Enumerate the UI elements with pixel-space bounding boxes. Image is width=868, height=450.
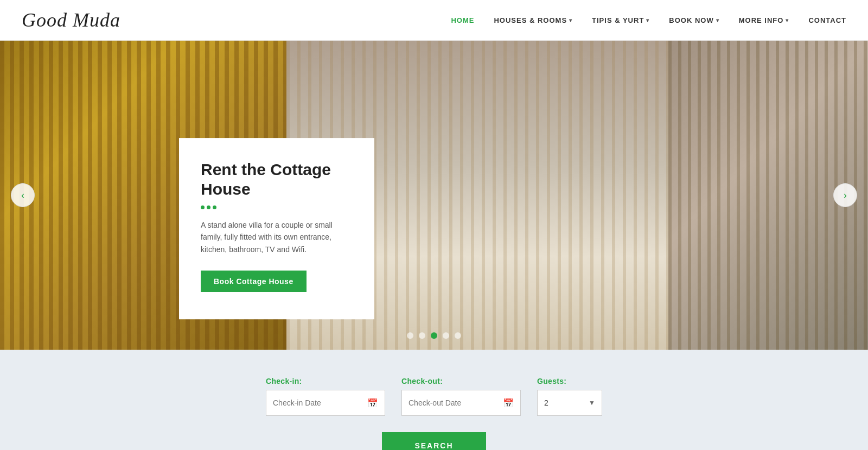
nav-item-home[interactable]: HOME [451, 16, 474, 24]
checkin-input-wrapper: 📅 [266, 390, 385, 416]
checkin-calendar-icon: 📅 [367, 398, 378, 408]
nav-label-houses-rooms: HOUSES & ROOMS [494, 16, 567, 24]
nav-item-contact[interactable]: CONTACT [808, 16, 846, 24]
checkout-calendar-icon: 📅 [503, 398, 514, 408]
dot-1 [201, 205, 205, 209]
nav-chevron-tipis-yurt: ▾ [646, 17, 649, 23]
nav-item-houses-rooms[interactable]: HOUSES & ROOMS▾ [494, 16, 572, 24]
nav-chevron-more-info: ▾ [786, 17, 789, 23]
booking-form: Check-in: 📅 Check-out: 📅 Guests: 1 2 3 4 [266, 377, 602, 416]
hero-content-card: Rent the Cottage House A stand alone vil… [179, 138, 374, 319]
nav-label-more-info: MORE INFO [739, 16, 784, 24]
guests-label: Guests: [537, 377, 602, 385]
chevron-right-icon: › [844, 190, 847, 201]
slider-prev-button[interactable]: ‹ [11, 183, 35, 207]
hero-slider: ‹ Rent the Cottage House A stand alone v… [0, 41, 868, 350]
slider-dots [407, 332, 461, 339]
search-button[interactable]: SEARCH [382, 432, 486, 450]
nav-label-book-now: BOOK NOW [669, 16, 713, 24]
slider-dot-2[interactable] [419, 332, 425, 339]
dot-3 [213, 205, 216, 209]
guests-select-wrapper: 1 2 3 4 5 6 ▼ [537, 390, 602, 416]
nav-chevron-book-now: ▾ [716, 17, 719, 23]
slider-next-button[interactable]: › [833, 183, 857, 207]
nav-label-home: HOME [451, 16, 474, 24]
slider-dot-3[interactable] [431, 332, 437, 339]
booking-section: Check-in: 📅 Check-out: 📅 Guests: 1 2 3 4 [0, 350, 868, 450]
nav-label-tipis-yurt: TIPIS & YURT [592, 16, 644, 24]
slider-dot-4[interactable] [443, 332, 449, 339]
nav-item-tipis-yurt[interactable]: TIPIS & YURT▾ [592, 16, 649, 24]
hero-title: Rent the Cottage House [201, 160, 353, 199]
checkin-input[interactable] [273, 398, 367, 407]
dot-2 [207, 205, 210, 209]
hero-description: A stand alone villa for a couple or smal… [201, 219, 353, 255]
header: Good Muda HOMEHOUSES & ROOMS▾TIPIS & YUR… [0, 0, 868, 41]
slider-dot-1[interactable] [407, 332, 413, 339]
book-cottage-button[interactable]: Book Cottage House [201, 271, 307, 292]
checkout-field: Check-out: 📅 [401, 377, 521, 416]
checkout-input[interactable] [409, 398, 503, 407]
hero-divider-dots [201, 205, 353, 209]
checkin-label: Check-in: [266, 377, 385, 385]
guests-chevron-icon: ▼ [589, 399, 595, 407]
slider-dot-5[interactable] [455, 332, 461, 339]
nav-item-book-now[interactable]: BOOK NOW▾ [669, 16, 719, 24]
nav-label-contact: CONTACT [808, 16, 846, 24]
main-nav: HOMEHOUSES & ROOMS▾TIPIS & YURT▾BOOK NOW… [451, 16, 846, 24]
guests-select[interactable]: 1 2 3 4 5 6 [544, 398, 589, 407]
checkin-field: Check-in: 📅 [266, 377, 385, 416]
checkout-label: Check-out: [401, 377, 521, 385]
nav-item-more-info[interactable]: MORE INFO▾ [739, 16, 789, 24]
chevron-left-icon: ‹ [21, 190, 24, 201]
checkout-input-wrapper: 📅 [401, 390, 521, 416]
site-logo[interactable]: Good Muda [22, 9, 120, 31]
hero-background [0, 41, 868, 350]
guests-field: Guests: 1 2 3 4 5 6 ▼ [537, 377, 602, 416]
nav-chevron-houses-rooms: ▾ [569, 17, 572, 23]
